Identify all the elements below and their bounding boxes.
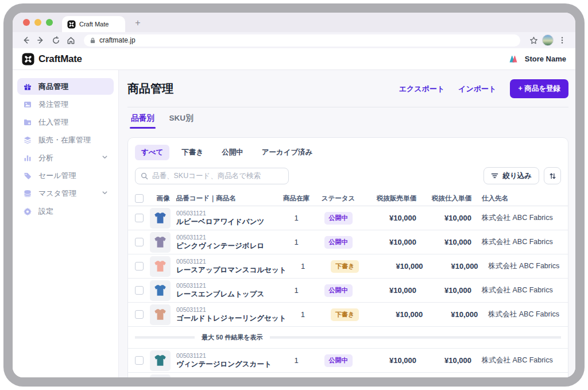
product-thumbnail [150,350,171,371]
product-cost: ¥10,000 [419,356,474,365]
folder-icon [23,118,32,127]
status-badge: 下書き [331,260,359,273]
product-supplier: 株式会社 ABC Fabrics [474,285,561,295]
tab-by-product-code[interactable]: 品番別 [131,108,154,129]
browser-profile-avatar[interactable] [542,34,554,46]
status-cell: 下書き [319,308,370,321]
product-code: 005031121 [176,257,287,265]
sort-arrows-icon [549,172,556,180]
sidebar-item-label: 設定 [38,206,53,217]
screenshot-stage: Craft Mate + craftmate.jp CraftMate [0,0,588,390]
sidebar-item-label: 販売・在庫管理 [38,135,91,145]
address-bar[interactable]: craftmate.jp [84,34,520,47]
table-row[interactable]: 005031121ピンクヴィンテージボレロ 1 公開中 ¥10,000 ¥10,… [128,230,568,254]
lock-icon [90,37,96,44]
garment-icon [153,211,168,226]
product-cost: ¥10,000 [419,286,474,295]
search-input[interactable] [152,172,283,180]
sidebar-item-label: 発注管理 [38,99,68,110]
sidebar-item-purchase-management[interactable]: 仕入管理 [17,114,114,130]
status-cell: 公開中 [313,212,363,225]
sidebar-item-settings[interactable]: 設定 [17,203,114,219]
product-code-name: 005031121レースエンブレムトップス [176,281,280,299]
status-cell: 公開中 [313,284,363,297]
product-code-name: 005031121レースアップロマンスコルセット [176,257,287,275]
product-stock: 1 [287,262,320,271]
reload-icon[interactable] [49,34,62,47]
product-stock: 1 [280,238,313,246]
filter-button-label: 絞り込み [502,171,532,181]
tag-icon [23,171,32,180]
table-header-row: 画像 品番コード｜商品名 商品在庫 ステータス 税抜販売単価 税抜仕入単価 仕入… [128,191,568,206]
col-status: ステータス [313,194,363,203]
back-icon[interactable] [20,34,32,47]
product-code-name: 005031121ゴールドトレジャーリングセット [176,306,286,323]
table-row[interactable]: 005031121ヴィンテージロングスカート 1 公開中 ¥10,000 ¥10… [128,349,568,373]
forward-icon[interactable] [34,34,47,47]
product-stock: 1 [280,286,313,295]
browser-tab[interactable]: Craft Mate [62,16,125,32]
table-row[interactable]: 005031121レースエンブレムトップス 1 公開中 ¥10,000 ¥10,… [128,279,568,303]
product-name: ゴールドトレジャーリングセット [176,314,286,323]
filter-button[interactable]: 絞り込み [483,167,539,184]
import-button[interactable]: インポート [458,84,496,94]
sidebar-item-order-management[interactable]: 発注管理 [17,96,114,113]
sidebar-item-product-management[interactable]: 商品管理 [17,78,114,95]
select-all-checkbox[interactable] [135,194,144,203]
sidebar-item-label: 商品管理 [38,82,68,92]
product-name: レースアップロマンスコルセット [176,265,287,275]
sidebar-item-label: 仕入管理 [38,117,68,128]
product-supplier: 株式会社 ABC Fabrics [474,213,561,223]
page-actions: エクスポート インポート + 商品を登録 [399,79,568,98]
status-badge: 公開中 [324,354,353,367]
product-thumbnail [150,304,171,325]
close-window-button[interactable] [23,19,30,26]
divider-line [270,337,561,338]
chip-all[interactable]: すべて [135,145,169,160]
product-name: ピンクヴィンテージボレロ [176,241,280,251]
home-icon[interactable] [64,34,77,47]
browser-menu-icon[interactable] [556,34,568,47]
sidebar-item-sale-management[interactable]: セール管理 [17,167,114,184]
table-row[interactable]: 005031121ゴールドトレジャーリングセット 1 下書き ¥10,000 ¥… [128,303,568,327]
search-row: 絞り込み [128,161,568,191]
export-button[interactable]: エクスポート [399,84,445,94]
browser-toolbar: craftmate.jp [13,32,575,48]
row-checkbox[interactable] [135,262,144,271]
table-row[interactable]: 005031121ルビーベロアワイドパンツ 1 公開中 ¥10,000 ¥10,… [128,206,568,230]
product-stock: 1 [280,214,313,222]
product-code: 005031121 [176,306,286,314]
search-icon [141,172,148,180]
store-switcher[interactable]: Store Name [506,52,566,66]
row-checkbox[interactable] [135,310,144,319]
product-price: ¥10,000 [363,356,419,365]
sidebar-item-sales-inventory[interactable]: 販売・在庫管理 [17,132,114,148]
register-product-button[interactable]: + 商品を登録 [510,79,568,98]
product-name: ルビーベロアワイドパンツ [176,217,280,227]
product-thumbnail [150,232,171,253]
new-tab-button[interactable]: + [133,18,142,28]
chip-draft[interactable]: 下書き [175,145,210,160]
row-checkbox[interactable] [135,356,144,365]
maximize-window-button[interactable] [46,19,53,26]
product-code-name: 005031121ヴィンテージロングスカート [176,352,280,369]
garment-icon [153,283,168,298]
chip-archived[interactable]: アーカイブ済み [256,145,319,160]
minimize-window-button[interactable] [34,19,41,26]
page-header: 商品管理 エクスポート インポート + 商品を登録 [127,79,568,98]
tab-by-sku[interactable]: SKU別 [169,108,194,129]
search-box [135,168,289,184]
row-checkbox[interactable] [135,238,144,246]
sidebar-item-label: 分析 [38,153,53,163]
sidebar-item-master-management[interactable]: マスタ管理 [17,185,114,202]
sidebar-item-analytics[interactable]: 分析 [17,149,114,166]
col-stock: 商品在庫 [280,194,313,203]
chip-published[interactable]: 公開中 [215,145,250,160]
table-row[interactable]: 005031121 1 公開中 ¥10,000 ¥10,000 株式会社 ABC… [128,373,568,377]
sort-button[interactable] [544,167,561,184]
table-row[interactable]: 005031121レースアップロマンスコルセット 1 下書き ¥10,000 ¥… [128,254,568,279]
product-code: 005031121 [176,209,280,217]
bookmark-star-icon[interactable] [527,34,540,47]
row-checkbox[interactable] [135,214,144,222]
row-checkbox[interactable] [135,286,144,295]
